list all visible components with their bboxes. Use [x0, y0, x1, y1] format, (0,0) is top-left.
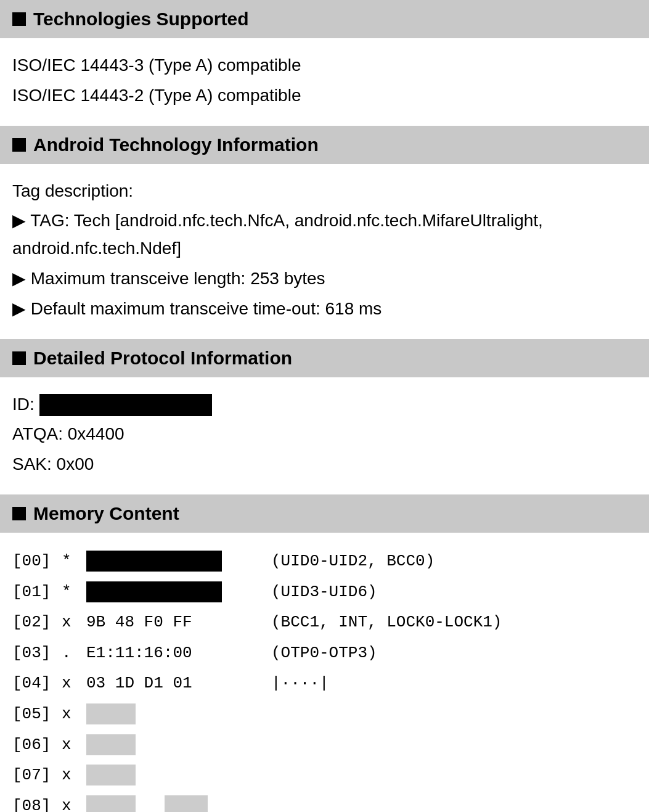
bullet-icon [12, 12, 26, 26]
mem-data-02: 9B 48 F0 FF [86, 610, 271, 636]
mem-flag-05: x [62, 702, 86, 728]
id-redacted [39, 394, 212, 416]
detailed-protocol-header: Detailed Protocol Information [0, 339, 649, 377]
mem-data-08 [86, 794, 271, 812]
mem-addr-06: [06] [12, 732, 62, 758]
detailed-protocol-title: Detailed Protocol Information [33, 348, 292, 369]
transceive-length: ▶ Maximum transceive length: 253 bytes [12, 265, 637, 293]
memory-row-03: [03] . E1:11:16:00 (OTP0-OTP3) [12, 638, 637, 669]
mem-flag-06: x [62, 732, 86, 758]
mem-partial-07 [86, 765, 136, 785]
memory-row-08: [08] x [12, 791, 637, 812]
detailed-protocol-section: Detailed Protocol Information ID: ATQA: … [0, 339, 649, 494]
android-technology-content: Tag description: ▶ TAG: Tech [android.nf… [0, 164, 649, 339]
memory-row-06: [06] x [12, 730, 637, 761]
mem-flag-00: * [62, 549, 86, 575]
android-technology-section: Android Technology Information Tag descr… [0, 126, 649, 339]
bullet-icon-3 [12, 351, 26, 365]
memory-row-00: [00] * (UID0-UID2, BCC0) [12, 546, 637, 577]
id-field: ID: [12, 391, 637, 419]
id-label: ID: [12, 395, 35, 414]
mem-redacted-00 [86, 551, 222, 572]
atqa-field: ATQA: 0x4400 [12, 420, 637, 448]
transceive-timeout: ▶ Default maximum transceive time-out: 6… [12, 295, 637, 323]
mem-label-03: (OTP0-OTP3) [271, 641, 637, 666]
technologies-supported-section: Technologies Supported ISO/IEC 14443-3 (… [0, 0, 649, 126]
memory-row-02: [02] x 9B 48 F0 FF (BCC1, INT, LOCK0-LOC… [12, 607, 637, 638]
android-technology-header: Android Technology Information [0, 126, 649, 164]
mem-data-06 [86, 732, 271, 758]
mem-addr-01: [01] [12, 580, 62, 605]
technologies-supported-header: Technologies Supported [0, 0, 649, 38]
mem-partial-08b [165, 795, 208, 812]
mem-label-02: (BCC1, INT, LOCK0-LOCK1) [271, 610, 637, 636]
memory-content-title: Memory Content [33, 503, 179, 524]
mem-data-04: 03 1D D1 01 [86, 671, 271, 697]
mem-flag-04: x [62, 671, 86, 697]
memory-row-05: [05] x [12, 699, 637, 730]
mem-addr-05: [05] [12, 702, 62, 728]
mem-flag-01: * [62, 580, 86, 605]
mem-addr-07: [07] [12, 763, 62, 789]
memory-content-header: Memory Content [0, 494, 649, 533]
memory-content-section: Memory Content [00] * (UID0-UID2, BCC0) … [0, 494, 649, 812]
bullet-icon-4 [12, 507, 26, 520]
detailed-protocol-content: ID: ATQA: 0x4400 SAK: 0x00 [0, 377, 649, 494]
tech-item-2: ISO/IEC 14443-2 (Type A) compatible [12, 82, 637, 110]
mem-flag-02: x [62, 610, 86, 636]
android-technology-title: Android Technology Information [33, 134, 319, 155]
mem-flag-07: x [62, 763, 86, 789]
technologies-supported-content: ISO/IEC 14443-3 (Type A) compatible ISO/… [0, 38, 649, 126]
mem-addr-08: [08] [12, 794, 62, 812]
mem-flag-08: x [62, 794, 86, 812]
memory-row-04: [04] x 03 1D D1 01 |····| [12, 668, 637, 699]
tag-description-label: Tag description: [12, 178, 637, 205]
tech-item-1: ISO/IEC 14443-3 (Type A) compatible [12, 52, 637, 80]
mem-data-07 [86, 763, 271, 789]
bullet-icon-2 [12, 138, 26, 152]
mem-addr-00: [00] [12, 549, 62, 575]
tag-line: ▶ TAG: Tech [android.nfc.tech.NfcA, andr… [12, 207, 637, 263]
mem-label-01: (UID3-UID6) [271, 580, 637, 605]
technologies-supported-title: Technologies Supported [33, 9, 248, 30]
mem-data-05 [86, 702, 271, 728]
mem-data-00 [86, 549, 271, 575]
mem-redacted-01 [86, 581, 222, 602]
mem-data-03: E1:11:16:00 [86, 641, 271, 666]
mem-addr-04: [04] [12, 671, 62, 697]
mem-label-04: |····| [271, 671, 637, 697]
mem-partial-05 [86, 703, 136, 724]
mem-addr-02: [02] [12, 610, 62, 636]
mem-partial-06 [86, 734, 136, 755]
memory-row-01: [01] * (UID3-UID6) [12, 577, 637, 608]
mem-flag-03: . [62, 641, 86, 666]
sak-field: SAK: 0x00 [12, 451, 637, 478]
memory-content-content: [00] * (UID0-UID2, BCC0) [01] * (UID3-UI… [0, 533, 649, 812]
mem-label-00: (UID0-UID2, BCC0) [271, 549, 637, 575]
mem-data-01 [86, 580, 271, 605]
mem-addr-03: [03] [12, 641, 62, 666]
mem-partial-08a [86, 795, 136, 812]
memory-row-07: [07] x [12, 760, 637, 791]
